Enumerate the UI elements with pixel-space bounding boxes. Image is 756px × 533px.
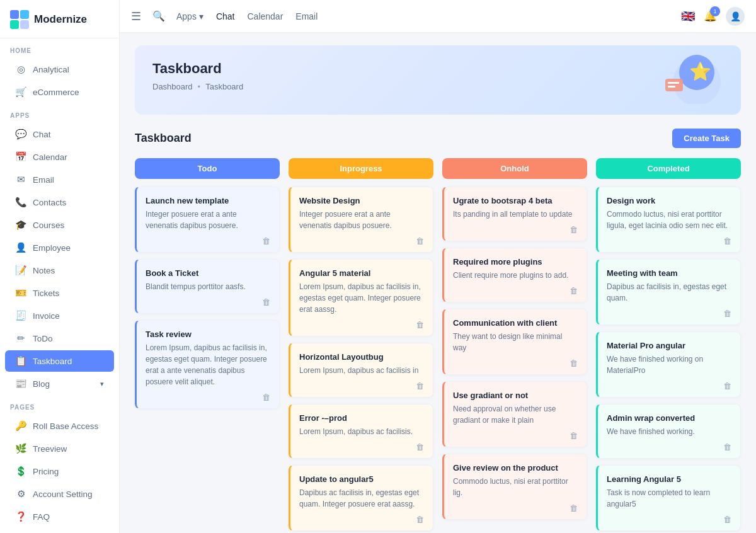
hamburger-icon[interactable]: ☰ [131, 9, 141, 23]
task-card[interactable]: Launch new templateInteger posuere erat … [135, 186, 280, 253]
task-card[interactable]: Angular 5 materialLorem Ipsum, dapibus a… [289, 259, 433, 336]
breadcrumb-home[interactable]: Dashboard [152, 82, 193, 91]
task-description: Need approval on whether use gradiant or… [453, 403, 578, 426]
task-delete-icon[interactable]: 🗑 [416, 515, 424, 524]
task-card[interactable]: Communication with clientThey want to de… [442, 309, 587, 375]
task-delete-icon[interactable]: 🗑 [570, 358, 578, 368]
task-delete-icon[interactable]: 🗑 [570, 225, 578, 234]
sidebar-item-treeview[interactable]: 🌿 Treeview [5, 438, 114, 459]
sidebar-item-tickets[interactable]: 🎫 Tickets [5, 282, 114, 304]
task-card[interactable]: Meeting with teamDapibus ac facilisis in… [596, 259, 741, 325]
sidebar-item-ecommerce[interactable]: 🛒 eCommerce [5, 81, 114, 103]
apps-section-label: APPS [0, 103, 119, 123]
sidebar-item-todo[interactable]: ✏ ToDo [5, 328, 114, 349]
search-icon[interactable]: 🔍 [152, 10, 165, 22]
taskboard-title: Taskboard [135, 132, 192, 145]
todo-icon: ✏ [15, 333, 26, 344]
sidebar-item-notes[interactable]: 📝 Notes [5, 260, 114, 281]
task-card[interactable]: Admin wrap convertedWe have finished wor… [596, 404, 741, 459]
task-title: Learning Angular 5 [607, 474, 731, 484]
sidebar-item-rollbaseaccess[interactable]: 🔑 Roll Base Access [5, 415, 114, 437]
column-header-completed: Completed [596, 158, 741, 179]
task-delete-icon[interactable]: 🗑 [723, 515, 731, 524]
svg-rect-7 [665, 79, 683, 91]
sidebar-item-employee[interactable]: 👤 Employee [5, 237, 114, 258]
task-delete-icon[interactable]: 🗑 [723, 442, 731, 452]
sidebar-item-blog[interactable]: 📰 Blog ▾ [5, 373, 114, 394]
topbar-nav-chat[interactable]: Chat [216, 11, 235, 21]
task-delete-icon[interactable]: 🗑 [723, 381, 731, 391]
avatar[interactable]: 👤 [726, 7, 745, 26]
task-title: Material Pro angular [607, 341, 731, 350]
sidebar-item-courses[interactable]: 🎓 Courses [5, 214, 114, 236]
sidebar-item-taskboard[interactable]: 📋 Taskboard [5, 350, 114, 372]
task-delete-icon[interactable]: 🗑 [570, 503, 578, 513]
task-delete-icon[interactable]: 🗑 [262, 297, 270, 307]
sidebar-item-email[interactable]: ✉ Email [5, 169, 114, 190]
task-card[interactable]: Ugrate to bootsrap 4 betaIts panding in … [442, 186, 587, 241]
task-card[interactable]: Use gradiant or notNeed approval on whet… [442, 381, 587, 447]
task-card[interactable]: Material Pro angularWe have finished wor… [596, 331, 741, 398]
task-delete-icon[interactable]: 🗑 [570, 431, 578, 440]
task-delete-icon[interactable]: 🗑 [723, 236, 731, 246]
sidebar-item-label: Tickets [33, 289, 104, 298]
task-card[interactable]: Website DesignInteger posuere erat a ant… [289, 186, 433, 253]
task-card[interactable]: Task reviewLorem Ipsum, dapibus ac facil… [135, 320, 280, 409]
notification-bell[interactable]: 🔔 1 [704, 9, 717, 23]
task-description: Task is now completed to learn angular5 [607, 487, 731, 510]
topbar-nav-calendar[interactable]: Calendar [248, 11, 284, 21]
sidebar-item-faq[interactable]: ❓ FAQ [5, 506, 114, 527]
task-card[interactable]: Horizontal LayoutbugLorem Ipsum, dapibus… [289, 343, 433, 398]
task-card[interactable]: Book a TicketBlandit tempus porttitor aa… [135, 259, 280, 314]
task-card[interactable]: Error -–prodLorem Ipsum, dapibus ac faci… [289, 404, 433, 459]
task-card[interactable]: Learning Angular 5Task is now completed … [596, 465, 741, 531]
task-delete-icon[interactable]: 🗑 [416, 320, 424, 330]
sidebar-item-label: Calendar [33, 152, 104, 162]
task-delete-icon[interactable]: 🗑 [262, 236, 270, 246]
task-delete-icon[interactable]: 🗑 [416, 236, 424, 246]
sidebar-item-analytical[interactable]: ◎ Analytical [5, 59, 114, 80]
sidebar-item-chat[interactable]: 💬 Chat [5, 123, 114, 145]
sidebar-item-label: Courses [33, 221, 104, 230]
task-delete-icon[interactable]: 🗑 [416, 442, 424, 452]
kanban-column-onhold: OnholdUgrate to bootsrap 4 betaIts pandi… [442, 158, 587, 520]
task-title: Error -–prod [299, 413, 424, 423]
main-area: ☰ 🔍 Apps ▾ Chat Calendar Email 🇬🇧 🔔 1 👤 … [120, 0, 756, 533]
task-card[interactable]: Design workCommodo luctus, nisi erat por… [596, 186, 741, 253]
column-header-onhold: Onhold [442, 158, 587, 179]
sidebar-item-contacts[interactable]: 📞 Contacts [5, 192, 114, 213]
sidebar-item-invoice[interactable]: 🧾 Invoice [5, 305, 114, 326]
column-header-todo: Todo [135, 158, 280, 179]
task-card[interactable]: Update to angular5Dapibus ac facilisis i… [289, 465, 433, 531]
task-description: Lorem Ipsum, dapibus ac facilisis in, eg… [299, 281, 424, 315]
task-delete-icon[interactable]: 🗑 [416, 381, 424, 391]
task-delete-icon[interactable]: 🗑 [570, 286, 578, 295]
sidebar-item-landingpage[interactable]: 🖥 Landingpage [5, 529, 114, 533]
task-title: Design work [607, 196, 731, 205]
svg-rect-2 [10, 20, 19, 29]
task-title: Required more plugins [453, 257, 578, 266]
flag-icon[interactable]: 🇬🇧 [681, 9, 695, 23]
taskboard-icon: 📋 [15, 355, 26, 367]
sidebar-item-calendar[interactable]: 📅 Calendar [5, 146, 114, 168]
sidebar-item-pricing[interactable]: 💲 Pricing [5, 461, 114, 482]
task-delete-icon[interactable]: 🗑 [262, 393, 270, 402]
home-section-label: HOME [0, 38, 119, 58]
task-title: Update to angular5 [299, 474, 424, 484]
task-delete-icon[interactable]: 🗑 [723, 309, 731, 318]
topbar-nav: Apps ▾ Chat Calendar Email [176, 11, 318, 21]
task-card[interactable]: Required more pluginsClient require more… [442, 248, 587, 302]
task-card[interactable]: Give review on the productCommodo luctus… [442, 454, 587, 520]
topbar-nav-email[interactable]: Email [295, 11, 318, 21]
sidebar-item-label: ToDo [33, 334, 104, 343]
task-description: Commodo luctus, nisi erat porttitor ligu… [607, 209, 731, 231]
chevron-down-icon: ▾ [100, 380, 104, 388]
sidebar-item-label: Email [33, 175, 104, 185]
topbar-nav-apps[interactable]: Apps ▾ [176, 11, 203, 21]
create-task-button[interactable]: Create Task [672, 129, 741, 148]
task-description: Integer posuere erat a ante venenatis da… [299, 209, 424, 231]
task-description: Its panding in all template to update [453, 209, 578, 220]
contacts-icon: 📞 [15, 197, 26, 208]
kanban-board: TodoLaunch new templateInteger posuere e… [135, 158, 741, 531]
sidebar-item-accountsetting[interactable]: ⚙ Account Setting [5, 483, 114, 505]
